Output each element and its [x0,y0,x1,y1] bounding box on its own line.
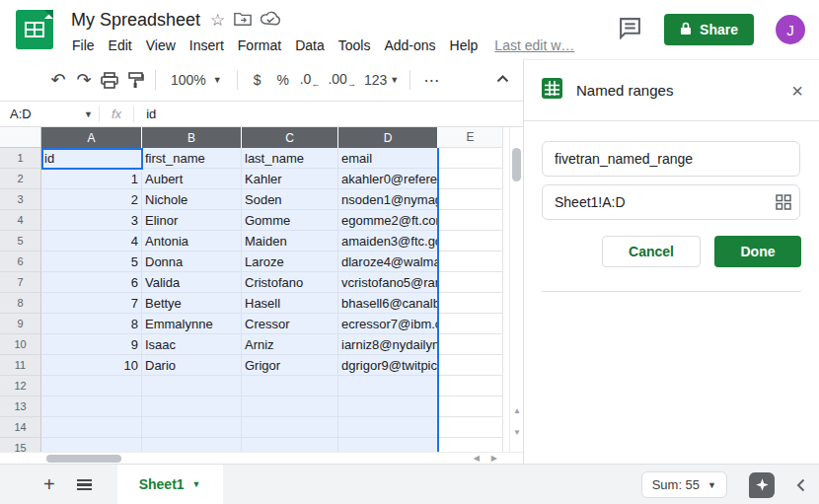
row-header-5[interactable]: 5 [0,231,41,252]
move-folder-icon[interactable] [234,11,252,31]
menu-item-format[interactable]: Format [231,36,288,55]
scroll-right-icon[interactable]: ▶ [491,454,497,463]
cell-B9[interactable]: Emmalynne [142,314,242,334]
collapse-toolbar-icon[interactable] [496,69,509,87]
cell-E3[interactable] [438,189,503,210]
cell-B8[interactable]: Bettye [142,293,242,314]
cell-C10[interactable]: Arniz [242,334,338,355]
redo-icon[interactable]: ↷ [71,66,97,94]
cell-B14[interactable] [142,417,242,438]
menu-item-file[interactable]: File [65,36,102,55]
column-header-B[interactable]: B [142,127,242,148]
row-header-7[interactable]: 7 [0,272,41,293]
format-percent-button[interactable]: % [270,66,296,94]
menu-item-help[interactable]: Help [443,36,485,55]
cell-D3[interactable]: nsoden1@nymag.com [338,189,438,210]
cell-C1[interactable]: last_name [242,148,338,169]
row-header-11[interactable]: 11 [0,355,41,376]
menu-item-view[interactable]: View [139,36,183,55]
cell-C9[interactable]: Cressor [242,314,338,334]
cell-A1[interactable]: id [41,148,142,169]
cell-C2[interactable]: Kahler [242,169,338,189]
cell-E6[interactable] [438,252,503,272]
horizontal-scrollbar-thumb[interactable] [46,455,121,463]
cell-E5[interactable] [438,231,503,252]
cell-B10[interactable]: Isaac [142,334,242,355]
row-header-2[interactable]: 2 [0,169,41,189]
row-header-14[interactable]: 14 [0,417,41,438]
cell-B3[interactable]: Nichole [142,189,242,210]
comment-icon[interactable] [618,16,642,44]
cell-C11[interactable]: Grigor [242,355,338,376]
print-icon[interactable] [97,66,122,94]
paint-format-icon[interactable] [122,66,148,94]
scroll-down-icon[interactable]: ▼ [510,428,523,437]
formula-input[interactable]: id [134,107,523,121]
cell-A13[interactable] [41,396,142,417]
range-name-input[interactable] [542,141,800,177]
scroll-left-icon[interactable]: ◀ [474,454,480,463]
cell-C7[interactable]: Cristofano [242,272,338,293]
cell-B12[interactable] [142,376,242,396]
zoom-select[interactable]: 100%▼ [163,72,230,88]
cell-E4[interactable] [438,210,503,231]
scroll-up-icon[interactable]: ▲ [510,406,523,415]
cell-B11[interactable]: Dario [142,355,242,376]
cell-A11[interactable]: 10 [41,355,142,376]
cell-E12[interactable] [438,376,503,396]
cell-C3[interactable]: Soden [242,189,338,210]
cell-A5[interactable]: 4 [41,231,142,252]
column-header-E[interactable]: E [438,127,503,148]
cell-B1[interactable]: first_name [142,148,242,169]
cell-E14[interactable] [438,417,503,438]
cell-E1[interactable] [438,148,503,169]
cell-E13[interactable] [438,396,503,417]
cell-E11[interactable] [438,355,503,376]
vertical-scrollbar[interactable]: ▲ ▼ [509,127,523,452]
row-header-9[interactable]: 9 [0,314,41,334]
cell-D14[interactable] [338,417,438,438]
cell-D1[interactable]: email [338,148,438,169]
cell-B4[interactable]: Elinor [142,210,242,231]
cell-B7[interactable]: Valida [142,272,242,293]
add-sheet-icon[interactable]: + [43,474,55,494]
last-edit-link[interactable]: Last edit w… [494,37,574,53]
column-header-D[interactable]: D [338,127,438,148]
row-header-12[interactable]: 12 [0,376,41,396]
cell-D4[interactable]: egomme2@ft.com [338,210,438,231]
more-formats-button[interactable]: 123▼ [360,66,403,94]
more-toolbar-button[interactable]: ⋯ [417,71,447,90]
sheets-logo-icon[interactable] [16,10,53,49]
cell-D5[interactable]: amaiden3@ftc.gov [338,231,438,252]
column-header-A[interactable]: A [41,127,142,148]
cell-B13[interactable] [142,396,242,417]
cell-D12[interactable] [338,376,438,396]
format-currency-button[interactable]: $ [245,66,270,94]
cell-B6[interactable]: Donna [142,252,242,272]
column-header-C[interactable]: C [242,127,338,148]
select-data-range-icon[interactable] [776,194,791,214]
star-icon[interactable]: ☆ [210,12,225,29]
share-button[interactable]: Share [664,14,754,45]
cell-D7[interactable]: vcristofano5@rambler.ru [338,272,438,293]
cell-D8[interactable]: bhasell6@canalblog.com [338,293,438,314]
menu-item-tools[interactable]: Tools [332,36,378,55]
undo-icon[interactable]: ↶ [45,66,71,94]
horizontal-scrollbar[interactable]: ◀ ▶ [0,452,523,464]
cell-E10[interactable] [438,334,503,355]
cell-A12[interactable] [41,376,142,396]
account-avatar[interactable]: J [776,15,805,44]
cell-D2[interactable]: akahler0@reference.com [338,169,438,189]
name-box[interactable]: A:D▼ [0,107,99,121]
cell-B5[interactable]: Antonia [142,231,242,252]
cell-E8[interactable] [438,293,503,314]
cell-A4[interactable]: 3 [41,210,142,231]
cell-B2[interactable]: Aubert [142,169,242,189]
cell-A7[interactable]: 6 [41,272,142,293]
decrease-decimal-button[interactable]: .0← [296,66,325,94]
sheet-tab[interactable]: Sheet1 ▼ [117,465,223,504]
row-header-13[interactable]: 13 [0,396,41,417]
row-header-3[interactable]: 3 [0,189,41,210]
cell-A3[interactable]: 2 [41,189,142,210]
cell-A2[interactable]: 1 [41,169,142,189]
